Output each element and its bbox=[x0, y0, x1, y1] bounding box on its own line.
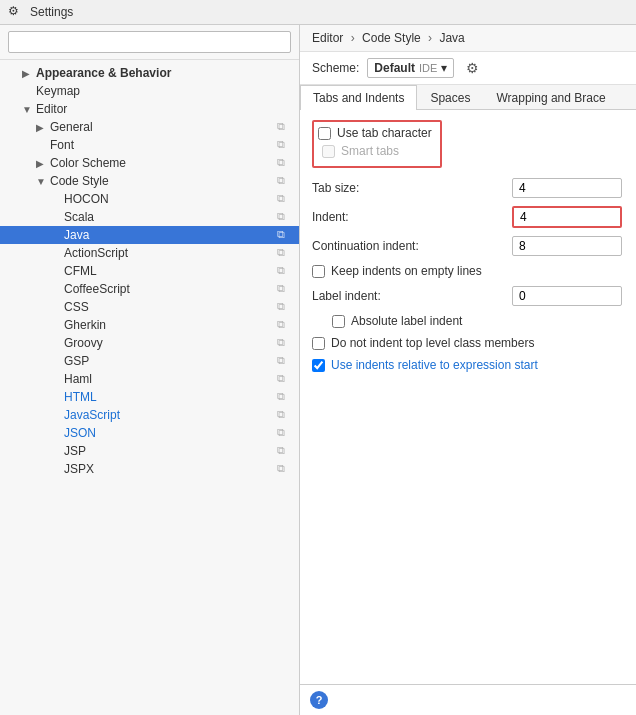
arrow-icon: ▼ bbox=[22, 104, 36, 115]
tab-size-row: Tab size: bbox=[312, 178, 624, 198]
arrow-icon: ▶ bbox=[36, 122, 50, 133]
sidebar-item-label: Editor bbox=[36, 102, 277, 116]
sidebar-item-keymap[interactable]: Keymap bbox=[0, 82, 299, 100]
sidebar-item-scala[interactable]: Scala⧉ bbox=[0, 208, 299, 226]
sidebar-item-color-scheme[interactable]: ▶Color Scheme⧉ bbox=[0, 154, 299, 172]
use-indents-relative-label: Use indents relative to expression start bbox=[331, 358, 538, 372]
use-tab-character-row: Use tab character bbox=[318, 126, 432, 140]
sidebar-item-label: CFML bbox=[64, 264, 277, 278]
use-tab-character-checkbox[interactable] bbox=[318, 127, 331, 140]
continuation-indent-input[interactable] bbox=[512, 236, 622, 256]
sidebar-item-label: Color Scheme bbox=[50, 156, 277, 170]
sidebar-item-html[interactable]: HTML⧉ bbox=[0, 388, 299, 406]
keep-indents-checkbox[interactable] bbox=[312, 265, 325, 278]
label-indent-row: Label indent: bbox=[312, 286, 624, 306]
sidebar-item-code-style[interactable]: ▼Code Style⧉ bbox=[0, 172, 299, 190]
sidebar-item-gsp[interactable]: GSP⧉ bbox=[0, 352, 299, 370]
sidebar-item-label: GSP bbox=[64, 354, 277, 368]
tab-wrapping[interactable]: Wrapping and Brace bbox=[483, 85, 618, 110]
breadcrumb-editor: Editor bbox=[312, 31, 343, 45]
sidebar-item-font[interactable]: Font⧉ bbox=[0, 136, 299, 154]
title-text: Settings bbox=[30, 5, 73, 19]
breadcrumb-java: Java bbox=[439, 31, 464, 45]
copy-icon: ⧉ bbox=[277, 462, 291, 476]
content-panel: Editor › Code Style › Java Scheme: Defau… bbox=[300, 25, 636, 715]
scheme-sub: IDE bbox=[419, 62, 437, 74]
sidebar-item-coffeescript[interactable]: CoffeeScript⧉ bbox=[0, 280, 299, 298]
smart-tabs-checkbox bbox=[322, 145, 335, 158]
copy-icon bbox=[277, 84, 291, 98]
continuation-indent-label: Continuation indent: bbox=[312, 239, 512, 253]
tab-size-label: Tab size: bbox=[312, 181, 512, 195]
sidebar-item-label: Scala bbox=[64, 210, 277, 224]
sidebar-item-label: Keymap bbox=[36, 84, 277, 98]
copy-icon: ⧉ bbox=[277, 120, 291, 134]
copy-icon: ⧉ bbox=[277, 336, 291, 350]
sidebar-item-label: CoffeeScript bbox=[64, 282, 277, 296]
copy-icon: ⧉ bbox=[277, 372, 291, 386]
sidebar-item-label: Java bbox=[64, 228, 277, 242]
sidebar-item-hocon[interactable]: HOCON⧉ bbox=[0, 190, 299, 208]
sidebar-item-json[interactable]: JSON⧉ bbox=[0, 424, 299, 442]
sidebar-item-javascript[interactable]: JavaScript⧉ bbox=[0, 406, 299, 424]
label-indent-input[interactable] bbox=[512, 286, 622, 306]
absolute-label-indent-row: Absolute label indent bbox=[312, 314, 624, 328]
arrow-icon: ▼ bbox=[36, 176, 50, 187]
sidebar-item-cfml[interactable]: CFML⧉ bbox=[0, 262, 299, 280]
sidebar-item-label: Haml bbox=[64, 372, 277, 386]
sidebar-item-label: General bbox=[50, 120, 277, 134]
settings-content: Use tab character Smart tabs Tab size: I… bbox=[300, 110, 636, 684]
copy-icon: ⧉ bbox=[277, 300, 291, 314]
copy-icon: ⧉ bbox=[277, 354, 291, 368]
copy-icon: ⧉ bbox=[277, 264, 291, 278]
tree-list: ▶Appearance & BehaviorKeymap▼Editor▶Gene… bbox=[0, 60, 299, 715]
sidebar-item-label: Font bbox=[50, 138, 277, 152]
smart-tabs-row: Smart tabs bbox=[318, 144, 432, 158]
sidebar-item-jspx[interactable]: JSPX⧉ bbox=[0, 460, 299, 478]
indent-input[interactable] bbox=[512, 206, 622, 228]
sidebar-item-general[interactable]: ▶General⧉ bbox=[0, 118, 299, 136]
use-indents-relative-row: Use indents relative to expression start bbox=[312, 358, 624, 372]
sidebar-item-label: Groovy bbox=[64, 336, 277, 350]
use-indents-relative-checkbox[interactable] bbox=[312, 359, 325, 372]
no-indent-top-level-label: Do not indent top level class members bbox=[331, 336, 534, 350]
scheme-gear-button[interactable]: ⚙ bbox=[462, 58, 482, 78]
bottom-bar: ? bbox=[300, 684, 636, 715]
tab-spaces[interactable]: Spaces bbox=[417, 85, 483, 110]
copy-icon: ⧉ bbox=[277, 138, 291, 152]
absolute-label-indent-label: Absolute label indent bbox=[351, 314, 462, 328]
copy-icon: ⧉ bbox=[277, 156, 291, 170]
sidebar-item-java[interactable]: Java⧉ bbox=[0, 226, 299, 244]
scheme-row: Scheme: Default IDE ▾ ⚙ bbox=[300, 52, 636, 85]
sidebar-item-label: JavaScript bbox=[64, 408, 277, 422]
sidebar-item-label: JSPX bbox=[64, 462, 277, 476]
breadcrumb-code-style: Code Style bbox=[362, 31, 421, 45]
search-bar bbox=[0, 25, 299, 60]
search-input[interactable] bbox=[8, 31, 291, 53]
sidebar-item-appearance[interactable]: ▶Appearance & Behavior bbox=[0, 64, 299, 82]
copy-icon: ⧉ bbox=[277, 192, 291, 206]
sidebar-item-css[interactable]: CSS⧉ bbox=[0, 298, 299, 316]
tab-bar: Tabs and Indents Spaces Wrapping and Bra… bbox=[300, 85, 636, 110]
scheme-name: Default bbox=[374, 61, 415, 75]
sidebar-item-haml[interactable]: Haml⧉ bbox=[0, 370, 299, 388]
tab-character-box: Use tab character Smart tabs bbox=[312, 120, 442, 168]
sidebar-item-actionscript[interactable]: ActionScript⧉ bbox=[0, 244, 299, 262]
tab-size-input[interactable] bbox=[512, 178, 622, 198]
sidebar-item-gherkin[interactable]: Gherkin⧉ bbox=[0, 316, 299, 334]
scheme-select[interactable]: Default IDE ▾ bbox=[367, 58, 454, 78]
sidebar-item-editor[interactable]: ▼Editor bbox=[0, 100, 299, 118]
label-indent-label: Label indent: bbox=[312, 289, 512, 303]
settings-icon: ⚙ bbox=[8, 4, 24, 20]
sidebar-item-groovy[interactable]: Groovy⧉ bbox=[0, 334, 299, 352]
tab-tabs-indents[interactable]: Tabs and Indents bbox=[300, 85, 417, 110]
breadcrumb-sep-1: › bbox=[351, 31, 355, 45]
no-indent-top-level-checkbox[interactable] bbox=[312, 337, 325, 350]
title-bar: ⚙ Settings bbox=[0, 0, 636, 25]
copy-icon: ⧉ bbox=[277, 174, 291, 188]
help-button[interactable]: ? bbox=[310, 691, 328, 709]
no-indent-top-level-row: Do not indent top level class members bbox=[312, 336, 624, 350]
dropdown-arrow-icon: ▾ bbox=[441, 61, 447, 75]
sidebar-item-jsp[interactable]: JSP⧉ bbox=[0, 442, 299, 460]
absolute-label-indent-checkbox[interactable] bbox=[332, 315, 345, 328]
